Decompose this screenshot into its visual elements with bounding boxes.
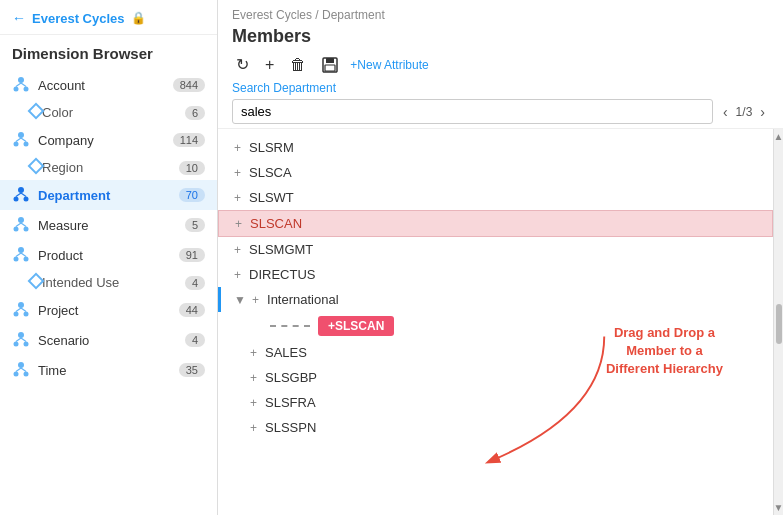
time-icon [12, 361, 30, 379]
svg-point-15 [18, 217, 24, 223]
member-name-directus: DIRECTUS [249, 267, 315, 282]
svg-point-11 [14, 197, 19, 202]
svg-point-10 [18, 187, 24, 193]
intended-use-icon [30, 275, 42, 290]
member-name-slswt: SLSWT [249, 190, 294, 205]
member-name-slsca: SLSCA [249, 165, 292, 180]
member-name-slscan: SLSCAN [250, 216, 302, 231]
scenario-label: Scenario [38, 333, 185, 348]
department-count: 70 [179, 188, 205, 202]
add-button[interactable]: + [261, 54, 278, 76]
sidebar-item-scenario[interactable]: Scenario4 [0, 325, 217, 355]
svg-line-4 [21, 83, 26, 87]
sidebar-item-region[interactable]: Region10 [0, 155, 217, 180]
member-name-slsrm: SLSRM [249, 140, 294, 155]
delete-button[interactable]: 🗑 [286, 54, 310, 76]
svg-point-32 [24, 342, 29, 347]
plus-icon: + [252, 293, 259, 307]
member-item-slsspn[interactable]: + SLSSPN [218, 415, 773, 440]
measure-icon [12, 216, 30, 234]
svg-point-21 [14, 257, 19, 262]
member-name-sales: SALES [265, 345, 307, 360]
member-name-slsmgmt: SLSMGMT [249, 242, 313, 257]
member-name-slsspn: SLSSPN [265, 420, 316, 435]
scroll-down-icon[interactable]: ▼ [774, 502, 783, 513]
plus-icon: + [234, 166, 241, 180]
color-label: Color [42, 105, 185, 120]
svg-point-35 [18, 362, 24, 368]
main-panel: Everest Cycles / Department Members ↻ + … [218, 0, 783, 515]
back-arrow-icon[interactable]: ← [12, 10, 26, 26]
member-item-directus[interactable]: + DIRECTUS [218, 262, 773, 287]
scenario-count: 4 [185, 333, 205, 347]
svg-line-18 [16, 223, 21, 227]
scroll-up-icon[interactable]: ▲ [774, 131, 783, 142]
scrollbar[interactable]: ▲ ▼ [773, 129, 783, 515]
svg-line-29 [21, 308, 26, 312]
sidebar-item-color[interactable]: Color6 [0, 100, 217, 125]
search-row: ‹ 1/3 › [232, 99, 769, 124]
svg-point-2 [24, 87, 29, 92]
sidebar-item-company[interactable]: Company114 [0, 125, 217, 155]
svg-point-1 [14, 87, 19, 92]
sidebar-item-product[interactable]: Product91 [0, 240, 217, 270]
page-info: 1/3 [736, 105, 753, 119]
sidebar-item-intended-use[interactable]: Intended Use4 [0, 270, 217, 295]
svg-point-36 [14, 372, 19, 377]
member-item-slsca[interactable]: + SLSCA [218, 160, 773, 185]
search-input[interactable] [232, 99, 713, 124]
time-count: 35 [179, 363, 205, 377]
svg-rect-41 [326, 58, 334, 63]
svg-point-26 [14, 312, 19, 317]
svg-line-13 [16, 193, 21, 197]
svg-line-28 [16, 308, 21, 312]
product-count: 91 [179, 248, 205, 262]
prev-page-button[interactable]: ‹ [719, 103, 732, 121]
sidebar: ← Everest Cycles 🔒 Dimension Browser Acc… [0, 0, 218, 515]
annotation-box: Drag and Drop a Member to a Different Hi… [606, 324, 723, 379]
member-name-international: International [267, 292, 339, 307]
intended-use-label: Intended Use [42, 275, 185, 290]
member-item-international[interactable]: ▼ + International [218, 287, 773, 312]
svg-line-24 [21, 253, 26, 257]
sidebar-item-project[interactable]: Project44 [0, 295, 217, 325]
svg-point-22 [24, 257, 29, 262]
member-item-slswt[interactable]: + SLSWT [218, 185, 773, 210]
new-attribute-button[interactable]: +New Attribute [350, 58, 428, 72]
sidebar-item-account[interactable]: Account844 [0, 70, 217, 100]
sidebar-item-department[interactable]: Department70 [0, 180, 217, 210]
project-count: 44 [179, 303, 205, 317]
svg-point-5 [18, 132, 24, 138]
region-count: 10 [179, 161, 205, 175]
member-item-slsfra[interactable]: + SLSFRA [218, 390, 773, 415]
lock-icon: 🔒 [131, 11, 146, 25]
measure-count: 5 [185, 218, 205, 232]
member-name-slsfra: SLSFRA [265, 395, 316, 410]
refresh-button[interactable]: ↻ [232, 53, 253, 76]
project-icon [12, 301, 30, 319]
company-label: Company [38, 133, 173, 148]
search-department-link[interactable]: Search Department [232, 81, 336, 95]
members-list: + SLSRM + SLSCA + SLSWT + SLSCAN + SLSMG… [218, 129, 773, 515]
scenario-icon [12, 331, 30, 349]
pagination: ‹ 1/3 › [719, 103, 769, 121]
collapse-icon: ▼ [234, 293, 246, 307]
member-item-slsrm[interactable]: + SLSRM [218, 135, 773, 160]
svg-line-38 [16, 368, 21, 372]
sidebar-back-link[interactable]: Everest Cycles [32, 11, 125, 26]
sidebar-items: Account844Color6 Company114Region10 Depa… [0, 70, 217, 385]
svg-point-7 [24, 142, 29, 147]
svg-line-19 [21, 223, 26, 227]
department-icon [12, 186, 30, 204]
next-page-button[interactable]: › [756, 103, 769, 121]
scroll-thumb[interactable] [776, 304, 782, 344]
sidebar-item-time[interactable]: Time35 [0, 355, 217, 385]
sidebar-item-measure[interactable]: Measure5 [0, 210, 217, 240]
product-label: Product [38, 248, 179, 263]
time-label: Time [38, 363, 179, 378]
color-icon [30, 105, 42, 120]
member-item-slsmgmt[interactable]: + SLSMGMT [218, 237, 773, 262]
plus-icon: + [250, 371, 257, 385]
save-button[interactable] [318, 55, 342, 75]
member-item-slscan[interactable]: + SLSCAN [218, 210, 773, 237]
